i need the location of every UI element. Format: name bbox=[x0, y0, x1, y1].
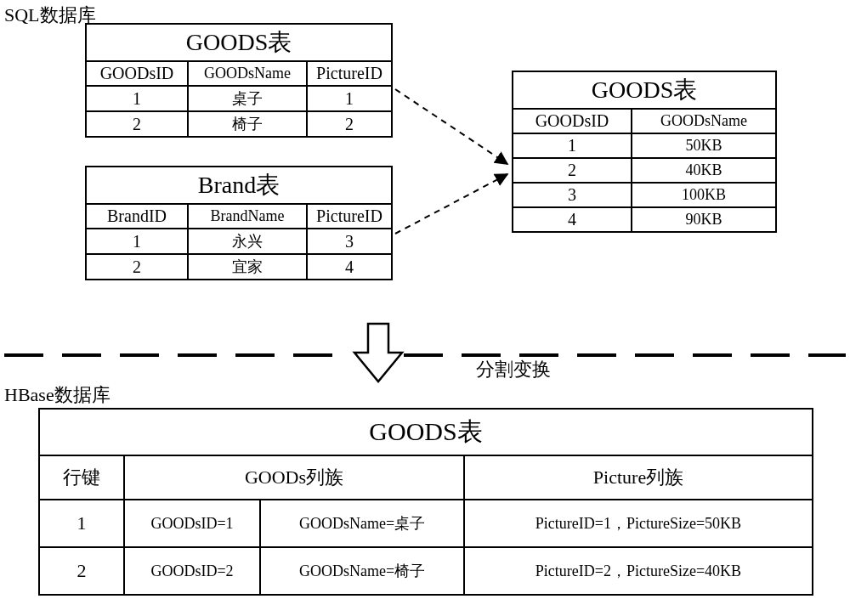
cell: 宜家 bbox=[188, 254, 307, 280]
hbase-table: GOODS表 行键 GOODs列族 Picture列族 1 GOODsID=1 … bbox=[38, 408, 813, 596]
cell: 1 bbox=[307, 86, 392, 111]
table-header: GOODsID bbox=[86, 61, 188, 86]
cell: 1 bbox=[513, 133, 632, 158]
table-row: 240KB bbox=[513, 158, 776, 183]
cell: 2 bbox=[513, 158, 632, 183]
cell: 3 bbox=[513, 183, 632, 207]
table-header: GOODsID bbox=[513, 109, 632, 133]
cell: 椅子 bbox=[188, 111, 307, 137]
table-header: PictureID bbox=[307, 204, 392, 229]
cell: 1 bbox=[86, 86, 188, 111]
table-row: 150KB bbox=[513, 133, 776, 158]
cell: PictureID=1，PictureSize=50KB bbox=[464, 500, 813, 547]
arrow-brand-to-picture bbox=[395, 174, 507, 234]
brand-table: Brand表 BrandID BrandName PictureID 1 永兴 … bbox=[85, 166, 393, 280]
cell: 4 bbox=[307, 254, 392, 280]
picture-table: GOODS表 GOODsID GOODsName 150KB 240KB 310… bbox=[512, 71, 777, 233]
table-row: 1 永兴 3 bbox=[86, 229, 392, 254]
table-header: GOODsName bbox=[188, 61, 307, 86]
table-header: GOODs列族 bbox=[124, 455, 464, 500]
goods-sql-title: GOODS表 bbox=[86, 24, 392, 61]
transform-label: 分割变换 bbox=[476, 357, 551, 382]
table-row: 2 GOODsID=2 GOODsName=椅子 PictureID=2，Pic… bbox=[39, 547, 813, 595]
table-header: BrandID bbox=[86, 204, 188, 229]
cell: 2 bbox=[86, 111, 188, 137]
table-row: 2 宜家 4 bbox=[86, 254, 392, 280]
table-header: Picture列族 bbox=[464, 455, 813, 500]
separator-dashes bbox=[4, 331, 846, 365]
arrow-goods-to-picture bbox=[395, 89, 507, 164]
table-header: BrandName bbox=[188, 204, 307, 229]
cell: GOODsName=椅子 bbox=[260, 547, 464, 595]
cell: PictureID=2，PictureSize=40KB bbox=[464, 547, 813, 595]
table-row: 1 GOODsID=1 GOODsName=桌子 PictureID=1，Pic… bbox=[39, 500, 813, 547]
cell: 2 bbox=[307, 111, 392, 137]
cell: GOODsID=1 bbox=[124, 500, 260, 547]
table-header: PictureID bbox=[307, 61, 392, 86]
cell: 100KB bbox=[632, 183, 776, 207]
cell: 3 bbox=[307, 229, 392, 254]
picture-title: GOODS表 bbox=[513, 71, 776, 109]
table-row: 1 桌子 1 bbox=[86, 86, 392, 111]
cell: 永兴 bbox=[188, 229, 307, 254]
cell: 2 bbox=[86, 254, 188, 280]
cell: 40KB bbox=[632, 158, 776, 183]
table-header: 行键 bbox=[39, 455, 124, 500]
cell: 桌子 bbox=[188, 86, 307, 111]
cell: 1 bbox=[39, 500, 124, 547]
cell: 4 bbox=[513, 207, 632, 232]
table-row: 3100KB bbox=[513, 183, 776, 207]
cell: 1 bbox=[86, 229, 188, 254]
cell: 50KB bbox=[632, 133, 776, 158]
table-header: GOODsName bbox=[632, 109, 776, 133]
cell: 2 bbox=[39, 547, 124, 595]
hbase-title: GOODS表 bbox=[39, 409, 813, 455]
diagram-root: SQL数据库 GOODS表 GOODsID GOODsName PictureI… bbox=[4, 4, 846, 612]
cell: GOODsName=桌子 bbox=[260, 500, 464, 547]
sql-db-label: SQL数据库 bbox=[4, 3, 96, 28]
table-row: 2 椅子 2 bbox=[86, 111, 392, 137]
goods-sql-table: GOODS表 GOODsID GOODsName PictureID 1 桌子 … bbox=[85, 23, 393, 138]
brand-title: Brand表 bbox=[86, 167, 392, 204]
cell: GOODsID=2 bbox=[124, 547, 260, 595]
hbase-db-label: HBase数据库 bbox=[4, 382, 110, 408]
cell: 90KB bbox=[632, 207, 776, 232]
table-row: 490KB bbox=[513, 207, 776, 232]
down-arrow-icon bbox=[351, 320, 405, 388]
